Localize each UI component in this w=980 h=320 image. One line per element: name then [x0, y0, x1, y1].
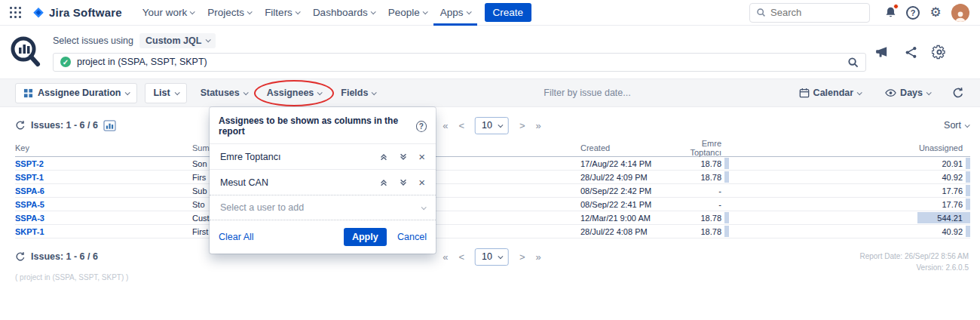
megaphone-icon	[875, 45, 889, 59]
jql-mode-dropdown[interactable]: Custom JQL	[139, 33, 216, 48]
next-page-button[interactable]: >	[519, 120, 525, 131]
prev-page-button[interactable]: <	[458, 120, 464, 131]
first-page-button[interactable]: «	[443, 251, 448, 263]
notifications-bell[interactable]	[880, 3, 900, 23]
issue-key-link[interactable]: SSPT-2	[15, 159, 192, 168]
clear-all-link[interactable]: Clear All	[219, 232, 254, 242]
assignees-popup: Assignees to be shown as columns in the …	[210, 107, 436, 254]
app-switcher-icon[interactable]	[8, 5, 24, 21]
chevron-down-icon	[125, 90, 130, 95]
report-info: Report Date: 26/Sep/22 8:56 AM Version: …	[859, 251, 969, 273]
select-issues-label: Select issues using	[53, 35, 133, 46]
nav-projects[interactable]: Projects	[201, 0, 258, 26]
calendar-dropdown[interactable]: Calendar	[793, 83, 868, 103]
report-type-dropdown[interactable]: Assignee Duration	[15, 83, 137, 103]
announcement-button[interactable]	[874, 42, 890, 62]
toolbar-right: Calendar Days	[793, 83, 968, 103]
issue-date-filter[interactable]: Filter by issue date...	[389, 88, 785, 98]
move-top-icon[interactable]	[379, 152, 388, 162]
issue-key-link[interactable]: SSPA-6	[15, 186, 192, 195]
avatar[interactable]	[951, 4, 969, 22]
view-dropdown[interactable]: List	[145, 83, 186, 103]
reload-icon[interactable]	[15, 120, 26, 131]
top-navigation: Jira Software Your work Projects Filters…	[0, 0, 980, 26]
issue-created: 17/Aug/22 4:14 PM	[580, 159, 671, 168]
settings-button[interactable]	[926, 3, 945, 23]
top-search[interactable]	[749, 3, 870, 23]
col-key[interactable]: Key	[15, 143, 192, 152]
create-button[interactable]: Create	[485, 3, 532, 22]
col-unassigned[interactable]: Unassigned	[729, 143, 970, 152]
nav-apps[interactable]: Apps	[433, 0, 477, 26]
jql-valid-icon: ✓	[60, 57, 71, 67]
first-page-button[interactable]: «	[443, 120, 448, 131]
remove-user-icon[interactable]: ×	[418, 177, 425, 188]
nav-people[interactable]: People	[381, 0, 433, 26]
col-created[interactable]: Created	[580, 143, 671, 152]
issue-key-link[interactable]: SSPA-3	[15, 214, 192, 223]
nav-your-work[interactable]: Your work	[136, 0, 201, 26]
toolbar-sync-button[interactable]	[948, 83, 968, 103]
col-emre[interactable]: Emre Toptancı	[671, 139, 729, 157]
assignees-dropdown[interactable]: Assignees	[261, 83, 328, 103]
jira-logo[interactable]: Jira Software	[32, 6, 122, 20]
jql-input[interactable]: ✓ project in (SSPA, SSPT, SKPT)	[53, 53, 866, 72]
chevron-down-icon	[422, 9, 427, 14]
duration-cell: 40.92	[729, 225, 970, 238]
duration-cell: 544.21	[729, 211, 970, 224]
popup-help-icon[interactable]: ?	[416, 121, 427, 132]
duration-bar	[724, 158, 729, 169]
user-name: Mesut CAN	[220, 177, 268, 188]
last-page-button[interactable]: »	[536, 251, 541, 263]
help-button[interactable]: ?	[903, 3, 923, 23]
move-bottom-icon[interactable]	[399, 152, 408, 162]
duration-bar	[724, 226, 729, 237]
page-size-select[interactable]: 10	[475, 117, 509, 134]
nav-filters[interactable]: Filters	[258, 0, 306, 26]
statuses-dropdown[interactable]: Statuses	[194, 83, 253, 103]
pagination-top: « < 10 > »	[443, 117, 541, 134]
chevron-down-icon	[243, 90, 248, 95]
prev-page-button[interactable]: <	[458, 251, 464, 263]
jql-search-icon[interactable]	[847, 57, 859, 68]
remove-user-icon[interactable]: ×	[418, 151, 425, 162]
duration-bar	[966, 226, 970, 237]
reload-icon[interactable]	[15, 251, 26, 262]
gear-icon	[932, 45, 947, 60]
next-page-button[interactable]: >	[519, 251, 525, 263]
chevron-down-icon	[926, 90, 932, 95]
issues-bar-top: Issues: 1 - 6 / 6 « < 10 > » Sort	[15, 116, 969, 134]
question-icon: ?	[906, 6, 920, 20]
sort-dropdown[interactable]: Sort	[944, 120, 969, 131]
share-button[interactable]	[902, 42, 919, 62]
issue-key-link[interactable]: SKPT-1	[15, 227, 192, 236]
page-size-select[interactable]: 10	[475, 248, 509, 266]
move-top-icon[interactable]	[379, 178, 388, 187]
issue-created: 28/Jul/22 4:08 PM	[580, 227, 671, 236]
apply-button[interactable]: Apply	[344, 228, 387, 246]
duration-bar	[724, 171, 729, 183]
user-select[interactable]: Select a user to add	[210, 195, 436, 220]
search-input[interactable]	[770, 7, 853, 18]
duration-cell: 20.91	[729, 157, 970, 170]
cancel-link[interactable]: Cancel	[397, 232, 427, 242]
issue-key-link[interactable]: SSPT-1	[15, 173, 192, 182]
issue-created: 12/Mar/21 9:00 AM	[580, 214, 671, 223]
report-settings-button[interactable]	[931, 42, 948, 62]
chart-icon[interactable]	[103, 120, 116, 131]
days-dropdown[interactable]: Days	[879, 83, 936, 103]
nav-dashboards[interactable]: Dashboards	[306, 0, 381, 26]
issue-key-link[interactable]: SSPA-5	[15, 200, 192, 209]
chevron-down-icon	[372, 90, 377, 95]
duration-cell: 18.78	[671, 157, 729, 170]
chevron-down-icon	[317, 90, 323, 95]
jira-diamond-icon	[32, 6, 45, 20]
pagination-bottom: « < 10 > »	[443, 248, 541, 266]
fields-dropdown[interactable]: Fields	[335, 83, 381, 103]
table-row: SKPT-1 First Kanban Task - 28/Jul/22 4:0…	[15, 225, 970, 238]
last-page-button[interactable]: »	[536, 120, 541, 131]
move-bottom-icon[interactable]	[399, 178, 408, 187]
chevron-down-icon	[421, 205, 427, 210]
user-select-placeholder: Select a user to add	[220, 202, 304, 213]
duration-bar	[966, 185, 970, 196]
